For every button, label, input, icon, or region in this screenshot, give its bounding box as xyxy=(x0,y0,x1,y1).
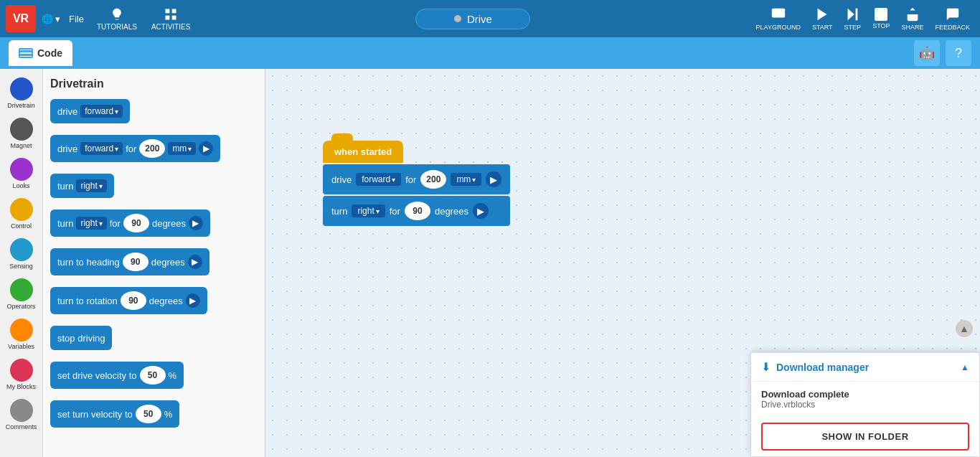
avatar-button[interactable]: 🤖 xyxy=(914,40,940,66)
sidebar-item-variables[interactable]: Variables xyxy=(0,316,42,353)
file-menu-button[interactable]: File xyxy=(66,14,87,24)
block-set-turn-velocity[interactable]: set turn velocity to 50 % xyxy=(50,400,179,428)
block-turn-right-for[interactable]: turn right for 90 degrees ▶ xyxy=(50,209,210,237)
svg-marker-6 xyxy=(848,9,854,21)
feedback-button[interactable]: FEEDBACK xyxy=(930,5,974,32)
turn-run-arrow[interactable]: ▶ xyxy=(189,216,203,230)
myblocks-circle xyxy=(10,359,33,382)
svg-marker-5 xyxy=(818,9,827,21)
activities-icon xyxy=(164,7,178,22)
turn-degrees-input[interactable]: 90 xyxy=(123,214,149,232)
download-popup-body: Download complete Drive.vrblocks xyxy=(751,382,979,417)
drive-direction-dd[interactable]: forward xyxy=(80,105,123,118)
canvas-drive-dir[interactable]: forward xyxy=(356,173,401,186)
block-stop-driving[interactable]: stop driving xyxy=(50,326,112,350)
main-area: Drivetrain Magnet Looks Control Sensing … xyxy=(0,69,980,457)
block-turn-to-rotation[interactable]: turn to rotation 90 degrees ▶ xyxy=(50,287,207,314)
turn-dir-dd2[interactable]: right xyxy=(76,217,106,230)
operators-label: Operators xyxy=(6,303,35,310)
canvas-drive-arrow[interactable]: ▶ xyxy=(486,171,501,187)
activities-label: ACTIVITIES xyxy=(151,23,190,31)
sidebar-item-operators[interactable]: Operators xyxy=(0,275,42,313)
activities-button[interactable]: ACTIVITIES xyxy=(147,6,194,32)
rotation-run-arrow[interactable]: ▶ xyxy=(186,293,200,308)
rotation-input[interactable]: 90 xyxy=(121,291,146,310)
right-navigation: PLAYGROUND START STEP STOP SHARE FEEDBAC… xyxy=(752,5,974,32)
top-navigation: VR 🌐 ▾ File TUTORIALS ACTIVITIES Drive P… xyxy=(0,0,980,37)
heading-run-arrow[interactable]: ▶ xyxy=(188,255,202,269)
svg-rect-1 xyxy=(172,9,176,13)
block-turn-to-heading[interactable]: turn to heading 90 degrees ▶ xyxy=(50,248,209,275)
stop-button[interactable]: STOP xyxy=(868,6,894,31)
svg-rect-4 xyxy=(772,9,785,18)
sidebar-item-control[interactable]: Control xyxy=(0,195,42,232)
project-title-area: Drive xyxy=(200,9,745,29)
magnet-label: Magnet xyxy=(10,142,32,149)
canvas-scroll-handle[interactable]: ▲ xyxy=(956,320,973,337)
block-drive-forward-simple[interactable]: drive forward xyxy=(50,99,130,123)
drivetrain-label: Drivetrain xyxy=(7,102,35,109)
heading-input[interactable]: 90 xyxy=(123,253,149,271)
canvas-area: when started drive forward for 200 mm ▶ … xyxy=(265,69,980,457)
block-set-drive-velocity[interactable]: set drive velocity to 50 % xyxy=(50,362,184,389)
step-button[interactable]: STEP xyxy=(840,5,866,32)
drive-unit-dd[interactable]: mm xyxy=(168,142,196,155)
control-circle xyxy=(10,198,33,221)
blocks-panel-title: Drivetrain xyxy=(50,77,258,90)
canvas-turn-value[interactable]: 90 xyxy=(405,202,430,220)
drivetrain-circle xyxy=(10,77,33,100)
globe-icon: 🌐 xyxy=(42,14,53,24)
block-turn-right-simple[interactable]: turn right xyxy=(50,174,114,198)
tutorials-button[interactable]: TUTORIALS xyxy=(93,6,141,32)
turn-dir-dd1[interactable]: right xyxy=(76,179,106,192)
playground-button[interactable]: PLAYGROUND xyxy=(752,5,805,32)
share-label: SHARE xyxy=(901,24,923,31)
show-in-folder-button[interactable]: SHOW IN FOLDER xyxy=(761,423,969,451)
drive-velocity-input[interactable]: 50 xyxy=(140,366,166,385)
sidebar-item-drivetrain[interactable]: Drivetrain xyxy=(0,75,42,112)
avatar-icon: 🤖 xyxy=(919,45,935,61)
download-filename: Drive.vrblocks xyxy=(761,400,969,410)
comments-label: Comments xyxy=(6,423,37,430)
variables-circle xyxy=(10,319,33,341)
canvas-turn-arrow[interactable]: ▶ xyxy=(473,203,489,219)
sidebar-item-myblocks[interactable]: My Blocks xyxy=(0,356,42,393)
canvas-turn-block[interactable]: turn right for 90 degrees ▶ xyxy=(323,196,510,226)
control-label: Control xyxy=(11,222,32,230)
drive-run-arrow[interactable]: ▶ xyxy=(199,141,213,156)
code-tab[interactable]: Code xyxy=(9,40,72,66)
help-icon: ? xyxy=(955,46,962,61)
drive-dir-dd2[interactable]: forward xyxy=(80,142,123,155)
download-chevron-icon[interactable]: ▲ xyxy=(961,362,969,372)
sidebar-item-sensing[interactable]: Sensing xyxy=(0,235,42,273)
category-sidebar: Drivetrain Magnet Looks Control Sensing … xyxy=(0,69,43,457)
canvas-drive-value[interactable]: 200 xyxy=(420,170,446,189)
sidebar-item-magnet[interactable]: Magnet xyxy=(0,115,42,152)
step-label: STEP xyxy=(844,24,862,31)
help-button[interactable]: ? xyxy=(946,40,971,66)
canvas-turn-dir[interactable]: right xyxy=(352,204,385,217)
canvas-drive-block[interactable]: drive forward for 200 mm ▶ xyxy=(323,164,510,194)
project-title-input[interactable]: Drive xyxy=(415,9,530,29)
turn-velocity-input[interactable]: 50 xyxy=(136,405,161,423)
drive-distance-input[interactable]: 200 xyxy=(139,139,165,158)
globe-button[interactable]: 🌐 ▾ xyxy=(42,14,60,24)
when-started-label: when started xyxy=(334,146,392,157)
lightbulb-icon xyxy=(110,7,124,22)
vr-logo[interactable]: VR xyxy=(6,5,36,32)
variables-label: Variables xyxy=(8,343,34,350)
second-toolbar: Code 🤖 ? xyxy=(0,37,980,69)
looks-label: Looks xyxy=(12,182,29,189)
canvas-drive-unit[interactable]: mm xyxy=(451,173,481,186)
share-button[interactable]: SHARE xyxy=(897,5,928,32)
feedback-label: FEEDBACK xyxy=(935,24,970,31)
svg-rect-3 xyxy=(172,15,176,19)
block-drive-forward-for[interactable]: drive forward for 200 mm ▶ xyxy=(50,135,220,162)
when-started-block[interactable]: when started xyxy=(323,141,403,163)
sidebar-item-looks[interactable]: Looks xyxy=(0,155,42,192)
sidebar-item-comments[interactable]: Comments xyxy=(0,396,42,433)
svg-rect-0 xyxy=(166,9,170,13)
code-tab-icon xyxy=(19,48,33,58)
download-status: Download complete xyxy=(761,389,969,400)
start-button[interactable]: START xyxy=(808,5,837,32)
